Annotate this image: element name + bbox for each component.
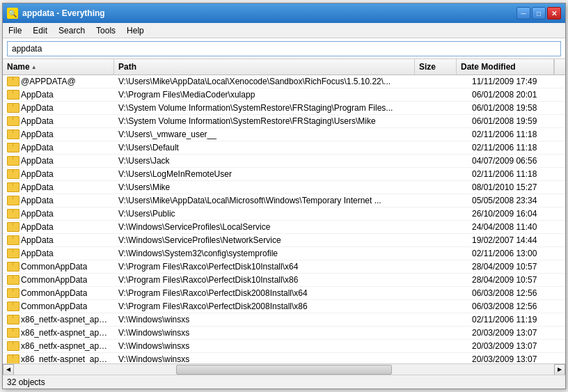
status-count: 32 objects xyxy=(7,377,45,387)
cell-date: 06/01/2008 20:01 xyxy=(468,88,565,101)
search-input[interactable] xyxy=(7,41,561,56)
table-body[interactable]: @APPDATA@V:\Users\Mike\AppData\Local\Xen… xyxy=(3,75,565,363)
title-controls: ─ □ ✕ xyxy=(516,7,561,19)
cell-name: CommonAppData xyxy=(3,260,114,273)
table-row[interactable]: AppDataV:\Users\Public26/10/2009 16:04 xyxy=(3,207,565,221)
row-name-text: AppData xyxy=(21,249,54,258)
cell-size xyxy=(426,115,468,127)
folder-icon xyxy=(7,235,18,245)
cell-date: 28/04/2009 10:57 xyxy=(468,274,565,286)
folder-icon xyxy=(7,77,18,86)
cell-size xyxy=(426,75,468,88)
cell-size xyxy=(426,234,468,246)
cell-date: 04/07/2009 06:56 xyxy=(468,155,565,167)
cell-name: x86_netfx-aspnet_appdata_... xyxy=(3,340,114,352)
row-name-text: AppData xyxy=(21,235,54,245)
table-row[interactable]: AppDataV:\System Volume Information\Syst… xyxy=(3,102,565,115)
search-bar xyxy=(3,38,565,59)
row-name-text: CommonAppData xyxy=(21,275,87,285)
table-row[interactable]: AppDataV:\Windows\ServiceProfiles\Networ… xyxy=(3,234,565,247)
folder-icon xyxy=(7,209,18,219)
col-header-name[interactable]: Name ▲ xyxy=(3,59,114,75)
row-name-text: AppData xyxy=(21,143,54,152)
folder-icon xyxy=(7,156,18,166)
table-row[interactable]: CommonAppDataV:\Program Files\Raxco\Perf… xyxy=(3,300,565,313)
cell-date: 20/03/2009 13:07 xyxy=(468,327,565,339)
minimize-button[interactable]: ─ xyxy=(516,7,530,19)
table-row[interactable]: CommonAppDataV:\Program Files\Raxco\Perf… xyxy=(3,260,565,274)
cell-date: 26/10/2009 16:04 xyxy=(468,207,565,220)
menu-search[interactable]: Search xyxy=(53,23,90,38)
h-scroll-track[interactable] xyxy=(14,364,554,375)
folder-icon xyxy=(7,196,18,205)
table-row[interactable]: x86_netfx-aspnet_appdata_...V:\Windows\w… xyxy=(3,313,565,327)
table-row[interactable]: AppDataV:\Users\Default02/11/2006 11:18 xyxy=(3,141,565,155)
cell-name: CommonAppData xyxy=(3,274,114,286)
table-row[interactable]: @APPDATA@V:\Users\Mike\AppData\Local\Xen… xyxy=(3,75,565,88)
cell-size xyxy=(426,155,468,167)
sort-arrow-name: ▲ xyxy=(31,64,37,70)
cell-date: 06/01/2008 19:58 xyxy=(468,102,565,114)
cell-date: 05/05/2008 23:34 xyxy=(468,194,565,207)
cell-name: AppData xyxy=(3,207,114,220)
table-row[interactable]: AppDataV:\Users\Mike08/01/2010 15:27 xyxy=(3,181,565,194)
h-scroll-thumb[interactable] xyxy=(176,365,392,375)
cell-path: V:\Users\Mike\AppData\Local\Microsoft\Wi… xyxy=(114,194,426,207)
table-row[interactable]: AppDataV:\Program Files\MediaCoder\xulap… xyxy=(3,88,565,102)
col-header-path[interactable]: Path xyxy=(114,59,415,75)
app-icon: 🔍 xyxy=(7,8,18,19)
table-row[interactable]: AppDataV:\Users\Mike\AppData\Local\Micro… xyxy=(3,194,565,207)
table-row[interactable]: AppDataV:\System Volume Information\Syst… xyxy=(3,115,565,128)
col-header-date[interactable]: Date Modified xyxy=(457,59,554,75)
h-scroll-right-button[interactable]: ▶ xyxy=(554,364,565,375)
cell-path: V:\Program Files\Raxco\PerfectDisk2008In… xyxy=(114,287,426,299)
menu-bar: File Edit Search Tools Help xyxy=(3,23,565,38)
cell-date: 20/03/2009 13:07 xyxy=(468,353,565,363)
cell-name: AppData xyxy=(3,102,114,114)
cell-date: 08/01/2010 15:27 xyxy=(468,181,565,194)
table-row[interactable]: AppDataV:\Windows\ServiceProfiles\LocalS… xyxy=(3,221,565,234)
row-name-text: x86_netfx-aspnet_appdata_... xyxy=(21,354,110,363)
cell-date: 06/03/2008 12:56 xyxy=(468,287,565,299)
table-row[interactable]: x86_netfx-aspnet_appdata_...V:\Windows\w… xyxy=(3,340,565,353)
folder-icon xyxy=(7,275,18,285)
table-row[interactable]: CommonAppDataV:\Program Files\Raxco\Perf… xyxy=(3,287,565,300)
table-row[interactable]: CommonAppDataV:\Program Files\Raxco\Perf… xyxy=(3,274,565,287)
maximize-button[interactable]: □ xyxy=(532,7,546,19)
cell-date: 28/04/2009 10:57 xyxy=(468,260,565,273)
cell-path: V:\Windows\winsxs xyxy=(114,353,426,363)
close-button[interactable]: ✕ xyxy=(547,7,561,19)
table-row[interactable]: AppDataV:\Windows\System32\config\system… xyxy=(3,247,565,260)
cell-name: x86_netfx-aspnet_appdata_... xyxy=(3,313,114,326)
h-scroll-left-button[interactable]: ◀ xyxy=(3,364,14,375)
row-name-text: AppData xyxy=(21,116,54,126)
cell-date: 11/11/2009 17:49 xyxy=(468,75,565,88)
row-name-text: CommonAppData xyxy=(21,262,87,272)
menu-file[interactable]: File xyxy=(3,23,27,38)
menu-tools[interactable]: Tools xyxy=(90,23,121,38)
table-row[interactable]: AppDataV:\Users\LogMeInRemoteUser02/11/2… xyxy=(3,168,565,181)
row-name-text: CommonAppData xyxy=(21,301,87,311)
folder-icon xyxy=(7,328,18,338)
cell-size xyxy=(426,181,468,194)
table-row[interactable]: AppDataV:\Users\Jack04/07/2009 06:56 xyxy=(3,155,565,168)
cell-path: V:\Users\Mike\AppData\Local\Xenocode\San… xyxy=(114,75,426,88)
table-row[interactable]: x86_netfx-aspnet_appdata_...V:\Windows\w… xyxy=(3,353,565,363)
cell-name: AppData xyxy=(3,88,114,101)
menu-help[interactable]: Help xyxy=(121,23,150,38)
cell-date: 02/11/2006 11:18 xyxy=(468,128,565,141)
folder-icon xyxy=(7,130,18,139)
cell-path: V:\Program Files\Raxco\PerfectDisk2008In… xyxy=(114,300,426,313)
title-bar-left: 🔍 appdata - Everything xyxy=(7,8,105,19)
menu-edit[interactable]: Edit xyxy=(27,23,53,38)
folder-icon xyxy=(7,288,18,298)
cell-name: AppData xyxy=(3,155,114,167)
table-row[interactable]: AppDataV:\Users\_vmware_user__02/11/2006… xyxy=(3,128,565,141)
cell-name: AppData xyxy=(3,168,114,180)
cell-date: 02/11/2006 13:00 xyxy=(468,247,565,260)
col-header-size[interactable]: Size xyxy=(415,59,457,75)
cell-name: x86_netfx-aspnet_appdata_... xyxy=(3,353,114,363)
cell-path: V:\Windows\winsxs xyxy=(114,327,426,339)
table-row[interactable]: x86_netfx-aspnet_appdata_...V:\Windows\w… xyxy=(3,327,565,340)
cell-name: @APPDATA@ xyxy=(3,75,114,88)
